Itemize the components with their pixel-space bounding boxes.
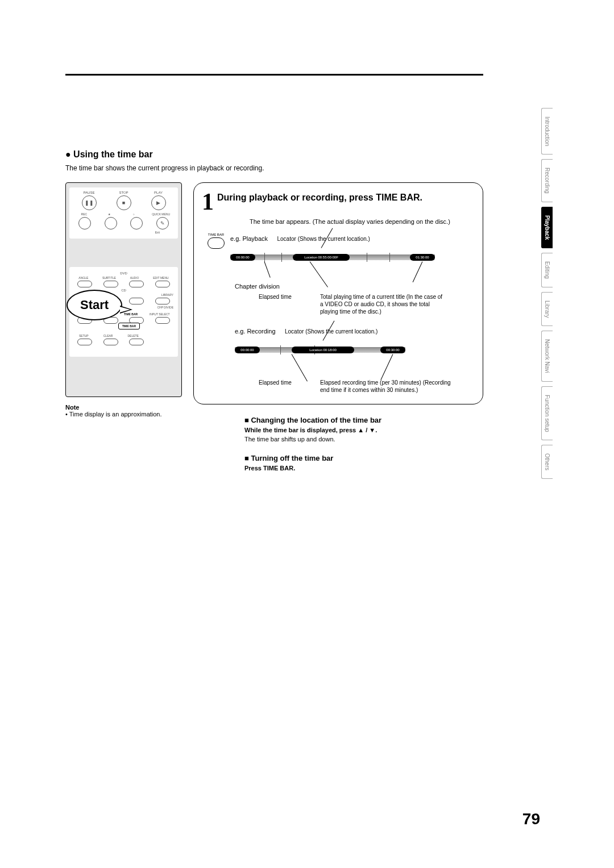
label-exit: Exit bbox=[72, 231, 160, 234]
step-body: The time bar appears. (The actual displa… bbox=[250, 218, 475, 225]
quickmenu-button: ✎ bbox=[156, 217, 169, 229]
timebar-button-highlight: TIME BAR bbox=[118, 323, 140, 329]
elapsed-time-label-2: Elapsed time bbox=[259, 379, 310, 394]
top-rule bbox=[65, 74, 483, 76]
total-time-label: Total playing time of a current title (I… bbox=[320, 293, 445, 315]
label-subtitle: SUBTITLE bbox=[102, 276, 116, 279]
locator-label-2: Locator (Shows the current location.) bbox=[285, 328, 377, 335]
chapter-division-label: Chapter division bbox=[235, 283, 475, 290]
elapsed-time-label: Elapsed time bbox=[259, 293, 310, 315]
rec-bar-start: 00:00:00 bbox=[235, 347, 260, 353]
tab-library: Library bbox=[541, 292, 553, 327]
tab-recording: Recording bbox=[541, 159, 553, 202]
label-angle: ANGLE bbox=[78, 276, 88, 279]
tab-others: Others bbox=[541, 445, 553, 479]
label-audio: AUDIO bbox=[130, 276, 139, 279]
label-pause: PAUSE bbox=[78, 191, 101, 194]
bar-end-time: 01:30:00 bbox=[410, 254, 435, 261]
label-rec: REC bbox=[76, 212, 93, 216]
rec-button bbox=[78, 217, 91, 229]
label-circle: ○ bbox=[125, 212, 142, 216]
label-play: PLAY bbox=[147, 191, 170, 194]
tab-editing: Editing bbox=[541, 253, 553, 287]
label-dvd: DVD bbox=[72, 272, 176, 275]
changing-line1: While the time bar is displayed, press ▲… bbox=[244, 427, 483, 433]
section-title: Using the time bar bbox=[65, 149, 549, 160]
playback-example-label: e.g. Playback bbox=[230, 235, 268, 242]
tab-introduction: Introduction bbox=[541, 108, 553, 155]
locator-label: Locator (Shows the current location.) bbox=[277, 236, 370, 242]
label-delete: DELETE bbox=[127, 334, 138, 337]
playback-bar-diagram: 00:00:00 Location 00:55:00:00F 01:30:00 bbox=[230, 254, 435, 283]
start-callout: Start bbox=[67, 290, 122, 320]
label-setup: SETUP bbox=[79, 334, 89, 337]
label-clear: CLEAR bbox=[103, 334, 113, 337]
changing-sub-title: Changing the location of the time bar bbox=[244, 416, 483, 424]
bar-locator: Location 00:55:00:00F bbox=[293, 254, 350, 261]
label-editmenu: EDIT MENU bbox=[153, 276, 168, 279]
rec-bar-locator: Location 00:18:00 bbox=[292, 347, 354, 353]
recording-example-label: e.g. Recording bbox=[235, 328, 276, 335]
circle-button bbox=[130, 217, 143, 229]
tab-networknavi: Network Navi bbox=[541, 331, 553, 381]
star-button bbox=[105, 217, 117, 229]
bar-start-time: 00:00:00 bbox=[230, 254, 255, 261]
tab-playback: Playback bbox=[541, 207, 553, 248]
turnoff-line1: Press TIME BAR. bbox=[244, 465, 483, 471]
label-stop: STOP bbox=[113, 191, 135, 194]
label-quickmenu: QUICK MENU bbox=[150, 212, 172, 216]
pause-button: ❚❚ bbox=[82, 195, 97, 210]
timebar-icon: TIME BAR bbox=[208, 233, 225, 249]
page-number: 79 bbox=[522, 810, 540, 828]
recording-bar-diagram: 00:00:00 Location 00:18:00 00:30:00 bbox=[235, 347, 439, 375]
step-number: 1 bbox=[202, 190, 214, 214]
step-title: During playback or recording, press TIME… bbox=[217, 190, 422, 204]
label-star: ★ bbox=[101, 212, 118, 216]
stop-button: ■ bbox=[117, 195, 131, 210]
elapsed-rec-label: Elapsed recording time (per 30 minutes) … bbox=[320, 379, 451, 394]
rec-bar-end: 00:30:00 bbox=[380, 347, 405, 353]
side-tabs: Introduction Recording Playback Editing … bbox=[541, 108, 557, 483]
tab-functionsetup: Function setup bbox=[541, 386, 553, 441]
section-desc: The time bar shows the current progress … bbox=[65, 164, 549, 172]
changing-line2: The time bar shifts up and down. bbox=[244, 436, 483, 443]
turnoff-sub-title: Turning off the time bar bbox=[244, 454, 483, 462]
note-body: • Time display is an approximation. bbox=[65, 411, 182, 418]
remote-diagram: PAUSE STOP PLAY ❚❚ ■ ▶ REC ★ ○ QUICK MEN… bbox=[65, 182, 182, 397]
step-box: 1 During playback or recording, press TI… bbox=[193, 182, 483, 404]
label-inputselect: INPUT SELECT bbox=[150, 312, 170, 316]
note-title: Note bbox=[65, 404, 182, 411]
play-button: ▶ bbox=[151, 195, 166, 210]
